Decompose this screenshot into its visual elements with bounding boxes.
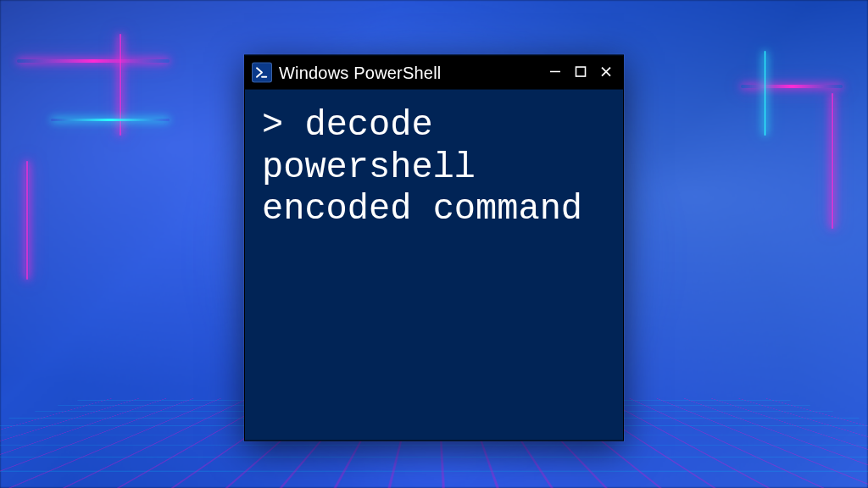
neon-line bbox=[831, 93, 834, 229]
window-title: Windows PowerShell bbox=[279, 63, 540, 82]
titlebar[interactable]: Windows PowerShell bbox=[245, 56, 623, 90]
close-button[interactable] bbox=[598, 64, 615, 81]
window-controls bbox=[547, 64, 615, 81]
maximize-button[interactable] bbox=[572, 64, 589, 81]
svg-rect-1 bbox=[576, 67, 586, 76]
neon-line bbox=[17, 59, 170, 63]
cyan-line bbox=[764, 51, 766, 136]
cyan-line bbox=[51, 119, 170, 121]
powershell-window: Windows PowerShell > decode powershell e… bbox=[244, 55, 624, 441]
powershell-icon bbox=[252, 63, 272, 83]
prompt-symbol: > bbox=[262, 105, 283, 146]
terminal-body[interactable]: > decode powershell encoded command bbox=[245, 90, 623, 441]
command-text: decode powershell encoded command bbox=[262, 105, 582, 230]
neon-line bbox=[25, 161, 29, 280]
minimize-button[interactable] bbox=[547, 64, 564, 81]
neon-line bbox=[741, 85, 843, 88]
